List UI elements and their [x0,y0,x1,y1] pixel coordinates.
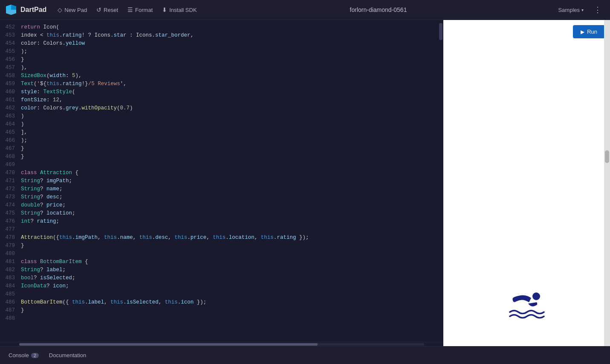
editor-scrollbar-thumb[interactable] [439,23,442,40]
new-pad-label: New Pad [64,7,87,13]
swimmer-icon [508,289,546,321]
diamond-icon: ◇ [58,6,62,13]
editor-vertical-scrollbar[interactable] [438,20,443,342]
documentation-label: Documentation [49,352,86,358]
console-tab[interactable]: Console 2 [5,350,42,360]
document-title: forlorn-diamond-0561 [202,6,555,13]
format-label: Format [135,7,153,13]
install-sdk-label: Install SDK [169,7,197,13]
scrollbar-thumb[interactable] [19,343,318,346]
chevron-down-icon: ▾ [581,8,584,12]
vertical-dots-icon: ⋮ [594,6,601,14]
samples-button[interactable]: Samples ▾ [555,5,587,15]
logo-text: DartPad [20,6,46,14]
samples-label: Samples [558,7,580,13]
svg-point-3 [532,292,540,300]
documentation-tab[interactable]: Documentation [49,352,86,358]
editor-content[interactable]: 452453454455 456457458459 460461462463 4… [0,20,443,342]
preview-panel: ▶ Run [443,20,610,346]
run-button[interactable]: ▶ Run [573,25,605,38]
preview-scrollbar-thumb[interactable] [605,150,609,163]
new-pad-button[interactable]: ◇ New Pad [53,4,91,15]
preview-vertical-scrollbar[interactable] [604,20,610,346]
svg-marker-1 [6,5,11,10]
preview-content [443,20,610,346]
scrollbar-track [19,343,424,346]
format-icon: ☰ [127,6,133,13]
editor-panel: 452453454455 456457458459 460461462463 4… [0,20,443,346]
play-icon: ▶ [581,29,584,35]
preview-toolbar: ▶ Run [573,25,605,38]
download-icon: ⬇ [162,6,167,13]
console-label: Console [9,352,29,358]
reset-label: Reset [104,7,118,13]
install-sdk-button[interactable]: ⬇ Install SDK [158,4,201,15]
console-count-badge: 2 [31,353,39,358]
dartpad-logo-icon [5,4,17,16]
bottom-panel: Console 2 Documentation [0,346,610,364]
main-content: 452453454455 456457458459 460461462463 4… [0,20,610,346]
code-editor[interactable]: return Icon( index < this.rating! ? Icon… [19,20,438,342]
format-button[interactable]: ☰ Format [123,4,157,15]
header-right-controls: Samples ▾ ⋮ [555,3,605,17]
svg-marker-2 [11,5,16,10]
reset-button[interactable]: ↺ Reset [92,4,122,15]
run-label: Run [587,29,597,35]
reset-icon: ↺ [96,6,101,13]
line-numbers: 452453454455 456457458459 460461462463 4… [0,20,19,342]
logo: DartPad [5,4,46,16]
editor-horizontal-scrollbar[interactable] [0,342,443,346]
more-options-button[interactable]: ⋮ [590,3,605,17]
app-header: DartPad ◇ New Pad ↺ Reset ☰ Format ⬇ Ins… [0,0,610,20]
